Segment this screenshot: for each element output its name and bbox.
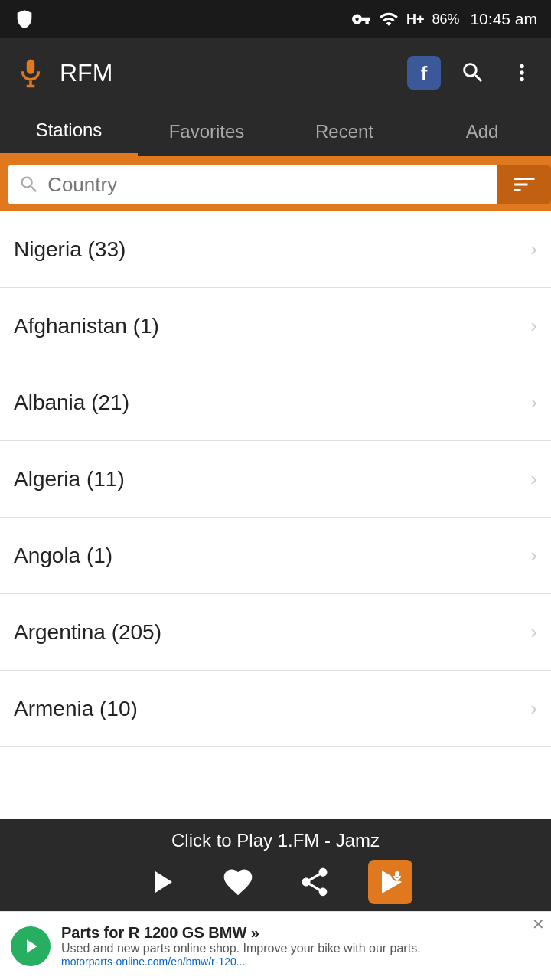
chevron-right-icon: › <box>530 390 537 414</box>
key-icon <box>351 9 371 29</box>
tab-favorites[interactable]: Favorites <box>138 107 276 156</box>
now-playing-title[interactable]: Click to Play 1.FM - Jamz <box>171 830 380 851</box>
status-bar-right: H+ 86% 10:45 am <box>351 9 537 29</box>
app-title: RFM <box>60 59 396 87</box>
list-item[interactable]: Angola (1) › <box>0 518 551 594</box>
search-input-wrapper <box>8 165 497 204</box>
chevron-right-icon: › <box>530 314 537 338</box>
status-time: 10:45 am <box>470 10 537 28</box>
search-bar <box>0 158 551 211</box>
facebook-icon: f <box>407 56 441 90</box>
filter-icon <box>510 171 538 198</box>
chevron-right-icon: › <box>530 237 537 261</box>
shield-icon <box>14 8 35 30</box>
signal-icon <box>379 9 399 29</box>
app-bar: RFM f <box>0 38 551 107</box>
ad-arrow-button[interactable] <box>11 926 51 966</box>
ad-title[interactable]: Parts for R 1200 GS BMW » <box>61 924 540 942</box>
share-icon <box>298 865 331 899</box>
rfm-player-button[interactable] <box>368 860 412 904</box>
share-button[interactable] <box>292 859 337 905</box>
tab-add[interactable]: Add <box>413 107 551 156</box>
player-controls <box>139 859 412 905</box>
app-bar-actions: f <box>407 56 539 90</box>
battery-level: 86% <box>432 11 459 28</box>
ad-text-block: Parts for R 1200 GS BMW » Used and new p… <box>61 924 540 968</box>
app-logo <box>12 54 49 91</box>
tab-recent[interactable]: Recent <box>276 107 413 156</box>
play-button[interactable] <box>139 859 184 905</box>
list-item[interactable]: Nigeria (33) › <box>0 211 551 288</box>
favorite-button[interactable] <box>215 859 261 905</box>
arrow-right-icon <box>19 935 42 958</box>
more-options-icon <box>509 60 535 86</box>
ad-close-button[interactable]: ✕ <box>532 915 545 933</box>
chevron-right-icon: › <box>530 697 537 720</box>
rfm-play-icon <box>374 866 406 898</box>
ad-banner: Parts for R 1200 GS BMW » Used and new p… <box>0 911 551 980</box>
chevron-right-icon: › <box>530 467 537 491</box>
list-item[interactable]: Argentina (205) › <box>0 594 551 671</box>
tab-stations[interactable]: Stations <box>0 107 138 156</box>
status-bar: H+ 86% 10:45 am <box>0 0 551 38</box>
svg-text:f: f <box>421 62 428 85</box>
country-search-input[interactable] <box>47 173 487 197</box>
chevron-right-icon: › <box>530 620 537 644</box>
svg-rect-0 <box>27 60 35 74</box>
list-item[interactable]: Algeria (11) › <box>0 441 551 518</box>
status-bar-left <box>14 8 35 30</box>
filter-button[interactable] <box>497 165 551 204</box>
more-options-button[interactable] <box>505 56 539 90</box>
list-item[interactable]: Albania (21) › <box>0 364 551 441</box>
heart-icon <box>221 865 255 899</box>
search-field-icon <box>18 173 40 196</box>
ad-description: Used and new parts online shop. Improve … <box>61 942 540 956</box>
search-button[interactable] <box>456 56 490 90</box>
ad-url: motorparts-online.com/en/bmw/r-120... <box>61 956 540 968</box>
chevron-right-icon: › <box>530 544 537 567</box>
list-item[interactable]: Armenia (10) › <box>0 671 551 747</box>
country-list: Nigeria (33) › Afghanistan (1) › Albania… <box>0 211 551 747</box>
facebook-button[interactable]: f <box>407 56 441 90</box>
svg-rect-7 <box>395 871 399 877</box>
tab-bar: Stations Favorites Recent Add <box>0 107 551 158</box>
mic-icon <box>15 57 47 89</box>
network-type: H+ <box>406 11 425 28</box>
list-item[interactable]: Afghanistan (1) › <box>0 288 551 364</box>
play-icon <box>143 864 180 900</box>
search-icon <box>460 60 486 86</box>
player-bar: Click to Play 1.FM - Jamz <box>0 819 551 911</box>
